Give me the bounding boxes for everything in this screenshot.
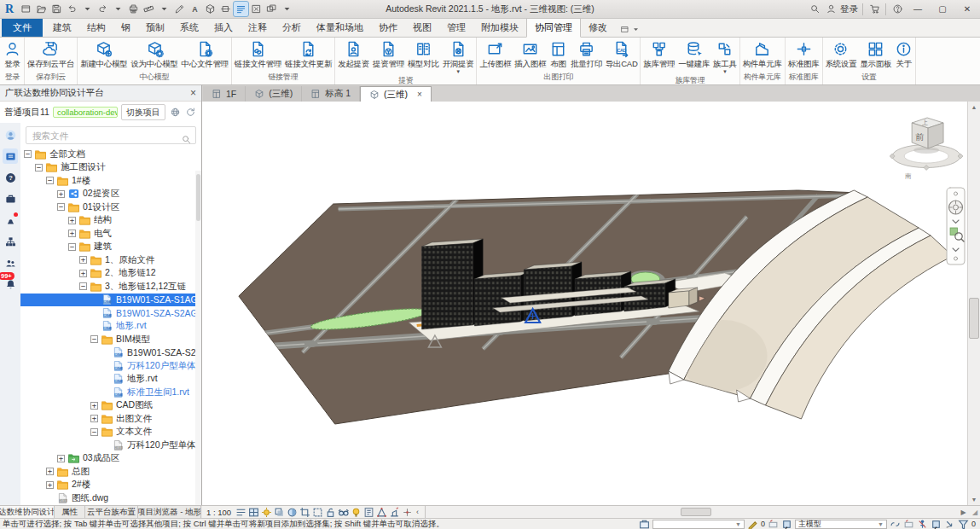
tab-建筑[interactable]: 建筑	[45, 19, 79, 37]
tree-item-结构[interactable]: +结构	[20, 214, 201, 228]
visual-style-icon[interactable]	[248, 507, 259, 518]
rail-documents-icon[interactable]	[3, 148, 18, 164]
constraints-icon[interactable]	[402, 507, 413, 518]
发起提资-button[interactable]: 发起提资	[336, 40, 371, 70]
caret-down-icon[interactable]	[157, 2, 171, 16]
displace-icon[interactable]	[389, 507, 400, 518]
tree-item-3、地形链12,12互链[interactable]: −3、地形链12,12互链	[20, 280, 201, 294]
tree-item-出图文件[interactable]: +出图文件	[20, 412, 201, 426]
vertical-scrollbar[interactable]: ▲ ▼	[967, 102, 980, 505]
resize-grip[interactable]: ◢	[970, 506, 980, 518]
select-by-face-icon[interactable]	[781, 519, 792, 529]
navigation-bar[interactable]	[947, 188, 965, 264]
tab-协同管理[interactable]: 协同管理	[526, 18, 581, 38]
显示面板-button[interactable]: 显示面板	[858, 40, 893, 70]
tree-item-建筑[interactable]: −建筑	[20, 241, 201, 254]
window-icon[interactable]	[19, 2, 33, 16]
shadows-icon[interactable]	[274, 507, 285, 518]
tree-item-B19W01-SZA-S1AG-AR-N[interactable]: RVTB19W01-SZA-S1AG-AR-N	[20, 294, 201, 307]
tree-toggle-icon[interactable]: −	[46, 177, 54, 184]
worksets-icon[interactable]	[639, 519, 650, 529]
rail-notifications-icon[interactable]: 99+	[3, 276, 18, 292]
panel-close-icon[interactable]: ×	[190, 88, 196, 98]
select-underlay-icon[interactable]	[903, 519, 914, 529]
rail-help-icon[interactable]: ?	[3, 170, 18, 185]
tree-item-01设计区[interactable]: −01设计区	[20, 201, 201, 214]
tab-分析[interactable]: 分析	[275, 19, 309, 37]
tree-toggle-icon[interactable]: +	[90, 415, 98, 422]
tree-toggle-icon[interactable]: −	[90, 335, 98, 343]
detail-level-icon[interactable]	[235, 507, 246, 518]
tree-item-万科120户型单体楼栋.rvt[interactable]: RVT万科120户型单体楼栋.rvt	[20, 359, 201, 373]
链接文件管理-button[interactable]: 链接文件管理	[233, 40, 283, 70]
提资管理-button[interactable]: 提资管理	[371, 40, 406, 70]
tree-toggle-icon[interactable]: +	[46, 468, 54, 475]
模型对比-button[interactable]: 模型对比	[406, 40, 441, 70]
windows-icon[interactable]	[264, 2, 279, 16]
search-icon[interactable]	[181, 134, 192, 145]
view-cube[interactable]: 上 前 南	[890, 118, 963, 180]
section-icon[interactable]	[218, 2, 233, 16]
tree-item-图纸.dwg[interactable]: DWG图纸.dwg	[20, 491, 201, 505]
tree-item-2、地形链12[interactable]: +2、地形链12	[20, 267, 201, 281]
minimize-button[interactable]: —	[907, 2, 929, 17]
tree-item-1#楼[interactable]: −1#楼	[20, 174, 201, 188]
构件单元库-button[interactable]: 构件单元库	[741, 40, 784, 70]
rail-sitemap-icon[interactable]	[3, 234, 18, 249]
revit-logo-icon[interactable]: R	[2, 3, 19, 16]
caret-down-icon[interactable]	[111, 2, 125, 16]
scroll-down-icon[interactable]: ▼	[968, 494, 980, 505]
tab-协作[interactable]: 协作	[371, 19, 405, 37]
select-by-face-icon[interactable]	[931, 519, 942, 529]
view-tab-(三维)[interactable]: (三维)×	[360, 86, 432, 102]
thin-lines-icon[interactable]	[234, 2, 248, 16]
开洞提资-button[interactable]: 开洞提资▼	[441, 40, 476, 74]
close-button[interactable]: ✕	[956, 2, 978, 17]
search-icon[interactable]	[808, 3, 821, 16]
select-underlay-icon[interactable]	[768, 519, 779, 529]
tab-管理[interactable]: 管理	[439, 19, 473, 37]
tree-toggle-icon[interactable]: −	[24, 150, 32, 158]
tree-toggle-icon[interactable]: +	[68, 230, 76, 237]
tree-scrollbar[interactable]	[195, 171, 201, 505]
tree-toggle-icon[interactable]: −	[57, 203, 65, 211]
tree-item-地形.rvt[interactable]: RVT地形.rvt	[20, 373, 201, 387]
viewcube-south-label[interactable]: 南	[904, 172, 911, 180]
temp-view-props-icon[interactable]	[363, 507, 374, 518]
tab-结构[interactable]: 结构	[79, 19, 113, 37]
tree-item-BIM模型[interactable]: −BIM模型	[20, 333, 201, 346]
tab-视图[interactable]: 视图	[405, 19, 439, 37]
view-tab-(三维)[interactable]: (三维)	[246, 86, 302, 102]
链接文件更新-button[interactable]: 链接文件更新	[283, 40, 333, 70]
tree-item-电气[interactable]: +电气	[20, 227, 201, 241]
tree-item-全部文档[interactable]: −全部文档	[20, 148, 201, 161]
tab-预制[interactable]: 预制	[138, 19, 172, 37]
新建中心模型-button[interactable]: 新建中心模型	[78, 40, 129, 70]
view-tab-1F[interactable]: 1F	[203, 86, 246, 102]
tree-item-万科120户型单体楼栋.dwg[interactable]: DWG万科120户型单体楼栋.dwg	[20, 439, 201, 452]
tree-toggle-icon[interactable]: +	[79, 270, 87, 277]
设为中心模型-button[interactable]: 设为中心模型	[129, 40, 179, 70]
panel-tab-广联达数维协同设计平台[interactable]: 广联达数维协同设计平台	[0, 506, 55, 518]
open-icon[interactable]	[34, 2, 49, 16]
print-icon[interactable]	[126, 2, 141, 16]
tree-item-2#楼[interactable]: +2#楼	[20, 479, 201, 492]
render-icon[interactable]	[287, 507, 298, 518]
unlock-view-icon[interactable]	[325, 507, 336, 518]
保存到云平台-button[interactable]: 保存到云平台	[26, 40, 76, 70]
族库管理-button[interactable]: 族库管理	[641, 40, 676, 70]
tree-toggle-icon[interactable]: −	[79, 282, 87, 290]
tree-item-施工图设计[interactable]: −施工图设计	[20, 161, 201, 175]
view-scale[interactable]: 1 : 100	[206, 508, 231, 517]
filter-funnel-icon[interactable]	[958, 519, 969, 529]
view-tab-标高 1[interactable]: 标高 1	[302, 86, 360, 102]
horizontal-scrollbar[interactable]: ▶ ◢	[426, 506, 980, 518]
select-pinned-icon[interactable]	[917, 519, 928, 529]
cart-icon[interactable]	[867, 3, 881, 16]
drawing-area[interactable]: 上 前 南	[202, 102, 967, 505]
drag-on-selection-icon[interactable]	[944, 519, 955, 529]
select-links-icon[interactable]	[890, 519, 901, 529]
tree-toggle-icon[interactable]: −	[35, 164, 43, 171]
标准图库-button[interactable]: 标准图库	[786, 40, 821, 70]
design-option-select[interactable]: 主模型▼	[795, 520, 887, 529]
